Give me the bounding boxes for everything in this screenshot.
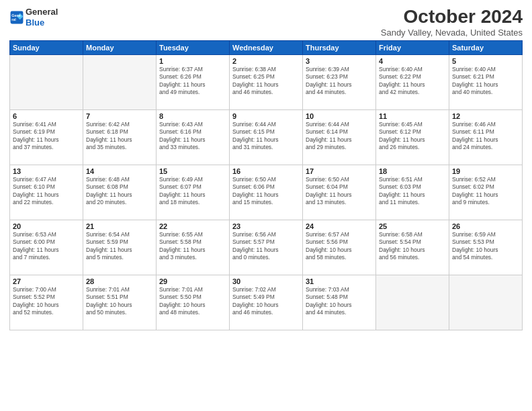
day-detail: Sunrise: 6:38 AM Sunset: 6:25 PM Dayligh… [232,66,300,97]
calendar-week-row: 27Sunrise: 7:00 AM Sunset: 5:52 PM Dayli… [10,275,523,330]
day-number: 8 [159,112,226,120]
calendar-cell: 16Sunrise: 6:50 AM Sunset: 6:06 PM Dayli… [230,165,303,220]
calendar-cell: 23Sunrise: 6:56 AM Sunset: 5:57 PM Dayli… [230,220,303,275]
calendar-cell: 1Sunrise: 6:37 AM Sunset: 6:26 PM Daylig… [157,54,230,109]
day-detail: Sunrise: 6:44 AM Sunset: 6:14 PM Dayligh… [306,121,373,152]
calendar-cell: 17Sunrise: 6:50 AM Sunset: 6:04 PM Dayli… [303,165,376,220]
day-detail: Sunrise: 6:47 AM Sunset: 6:10 PM Dayligh… [13,176,80,207]
day-detail: Sunrise: 6:39 AM Sunset: 6:23 PM Dayligh… [306,66,373,97]
day-number: 17 [306,167,373,175]
header: Gene ral General Blue October 2024 Sandy… [9,7,523,38]
day-detail: Sunrise: 7:01 AM Sunset: 5:51 PM Dayligh… [86,286,153,317]
day-number: 21 [86,222,153,230]
logo: Gene ral General Blue [9,7,58,28]
calendar-cell: 21Sunrise: 6:54 AM Sunset: 5:59 PM Dayli… [83,220,157,275]
calendar-cell: 13Sunrise: 6:47 AM Sunset: 6:10 PM Dayli… [10,165,83,220]
day-number: 23 [232,222,300,230]
day-number: 2 [232,57,300,65]
day-detail: Sunrise: 6:52 AM Sunset: 6:02 PM Dayligh… [452,176,519,207]
calendar-cell: 28Sunrise: 7:01 AM Sunset: 5:51 PM Dayli… [83,275,157,330]
calendar-cell: 9Sunrise: 6:44 AM Sunset: 6:15 PM Daylig… [230,109,303,165]
weekday-header: Tuesday [157,40,230,54]
weekday-header: Friday [376,40,449,54]
calendar-cell: 8Sunrise: 6:43 AM Sunset: 6:16 PM Daylig… [157,109,230,165]
day-number: 16 [232,167,300,175]
day-number: 4 [379,57,446,65]
day-detail: Sunrise: 6:56 AM Sunset: 5:57 PM Dayligh… [232,231,300,262]
day-detail: Sunrise: 6:43 AM Sunset: 6:16 PM Dayligh… [159,121,226,152]
day-detail: Sunrise: 7:00 AM Sunset: 5:52 PM Dayligh… [13,286,80,317]
day-detail: Sunrise: 6:53 AM Sunset: 6:00 PM Dayligh… [13,231,80,262]
day-detail: Sunrise: 6:46 AM Sunset: 6:11 PM Dayligh… [452,121,519,152]
calendar-cell: 27Sunrise: 7:00 AM Sunset: 5:52 PM Dayli… [10,275,83,330]
weekday-header: Sunday [10,40,83,54]
day-number: 11 [379,112,446,120]
month-title: October 2024 [381,7,523,28]
calendar-cell: 19Sunrise: 6:52 AM Sunset: 6:02 PM Dayli… [449,165,523,220]
day-number: 14 [86,167,153,175]
day-detail: Sunrise: 7:01 AM Sunset: 5:50 PM Dayligh… [159,286,226,317]
day-detail: Sunrise: 6:55 AM Sunset: 5:58 PM Dayligh… [159,231,226,262]
calendar-cell: 31Sunrise: 7:03 AM Sunset: 5:48 PM Dayli… [303,275,376,330]
day-number: 15 [159,167,226,175]
day-detail: Sunrise: 6:50 AM Sunset: 6:06 PM Dayligh… [232,176,300,207]
day-detail: Sunrise: 7:03 AM Sunset: 5:48 PM Dayligh… [306,286,373,317]
calendar-cell: 18Sunrise: 6:51 AM Sunset: 6:03 PM Dayli… [376,165,449,220]
svg-text:Gene: Gene [11,13,21,17]
calendar-table: SundayMondayTuesdayWednesdayThursdayFrid… [9,40,523,330]
weekday-header: Saturday [449,40,523,54]
logo-icon: Gene ral [9,10,24,25]
day-detail: Sunrise: 6:58 AM Sunset: 5:54 PM Dayligh… [379,231,446,262]
calendar-cell: 30Sunrise: 7:02 AM Sunset: 5:49 PM Dayli… [230,275,303,330]
svg-text:ral: ral [11,17,16,21]
calendar-cell: 22Sunrise: 6:55 AM Sunset: 5:58 PM Dayli… [157,220,230,275]
day-number: 27 [13,277,80,285]
day-detail: Sunrise: 6:54 AM Sunset: 5:59 PM Dayligh… [86,231,153,262]
calendar-cell: 26Sunrise: 6:59 AM Sunset: 5:53 PM Dayli… [449,220,523,275]
day-detail: Sunrise: 6:50 AM Sunset: 6:04 PM Dayligh… [306,176,373,207]
calendar-cell: 15Sunrise: 6:49 AM Sunset: 6:07 PM Dayli… [157,165,230,220]
calendar-cell: 7Sunrise: 6:42 AM Sunset: 6:18 PM Daylig… [83,109,157,165]
title-block: October 2024 Sandy Valley, Nevada, Unite… [381,7,523,38]
day-number: 6 [13,112,80,120]
day-number: 9 [232,112,300,120]
day-number: 29 [159,277,226,285]
day-detail: Sunrise: 7:02 AM Sunset: 5:49 PM Dayligh… [232,286,300,317]
day-number: 3 [306,57,373,65]
day-number: 1 [159,57,226,65]
location: Sandy Valley, Nevada, United States [381,28,523,38]
day-detail: Sunrise: 6:59 AM Sunset: 5:53 PM Dayligh… [452,231,519,262]
day-number: 28 [86,277,153,285]
calendar-week-row: 13Sunrise: 6:47 AM Sunset: 6:10 PM Dayli… [10,165,523,220]
day-detail: Sunrise: 6:44 AM Sunset: 6:15 PM Dayligh… [232,121,300,152]
calendar-cell: 12Sunrise: 6:46 AM Sunset: 6:11 PM Dayli… [449,109,523,165]
day-detail: Sunrise: 6:45 AM Sunset: 6:12 PM Dayligh… [379,121,446,152]
day-detail: Sunrise: 6:49 AM Sunset: 6:07 PM Dayligh… [159,176,226,207]
day-number: 18 [379,167,446,175]
day-detail: Sunrise: 6:48 AM Sunset: 6:08 PM Dayligh… [86,176,153,207]
day-detail: Sunrise: 6:37 AM Sunset: 6:26 PM Dayligh… [159,66,226,97]
calendar-cell: 4Sunrise: 6:40 AM Sunset: 6:22 PM Daylig… [376,54,449,109]
day-detail: Sunrise: 6:40 AM Sunset: 6:22 PM Dayligh… [379,66,446,97]
day-number: 24 [306,222,373,230]
calendar-cell: 10Sunrise: 6:44 AM Sunset: 6:14 PM Dayli… [303,109,376,165]
day-detail: Sunrise: 6:42 AM Sunset: 6:18 PM Dayligh… [86,121,153,152]
day-detail: Sunrise: 6:40 AM Sunset: 6:21 PM Dayligh… [452,66,519,97]
day-detail: Sunrise: 6:51 AM Sunset: 6:03 PM Dayligh… [379,176,446,207]
day-number: 25 [379,222,446,230]
day-number: 26 [452,222,519,230]
calendar-cell: 14Sunrise: 6:48 AM Sunset: 6:08 PM Dayli… [83,165,157,220]
calendar-cell: 2Sunrise: 6:38 AM Sunset: 6:25 PM Daylig… [230,54,303,109]
calendar-cell [83,54,157,109]
day-number: 12 [452,112,519,120]
calendar-week-row: 6Sunrise: 6:41 AM Sunset: 6:19 PM Daylig… [10,109,523,165]
day-number: 31 [306,277,373,285]
day-detail: Sunrise: 6:57 AM Sunset: 5:56 PM Dayligh… [306,231,373,262]
day-number: 22 [159,222,226,230]
calendar-week-row: 1Sunrise: 6:37 AM Sunset: 6:26 PM Daylig… [10,54,523,109]
logo-line1: General [26,7,58,17]
calendar-cell: 5Sunrise: 6:40 AM Sunset: 6:21 PM Daylig… [449,54,523,109]
day-number: 7 [86,112,153,120]
weekday-header: Wednesday [230,40,303,54]
page-container: Gene ral General Blue October 2024 Sandy… [0,0,532,334]
